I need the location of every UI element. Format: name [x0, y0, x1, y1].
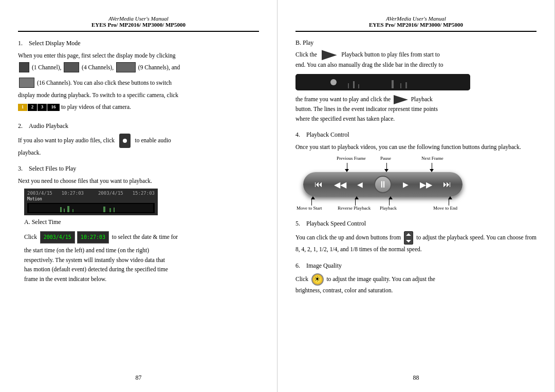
label-move-to-end: Move to End [433, 206, 457, 211]
play-btn[interactable]: ▶▶ [420, 180, 432, 190]
section-6-title: 6. Image Quality [295, 262, 536, 270]
section-4-body: Once you start to playback videos, you c… [295, 142, 536, 152]
section-b-body2: the frame you want to play and click the… [295, 95, 536, 123]
datetime-inputs: 2003/4/15 10:27:03 [40, 231, 109, 244]
audio-icon [119, 134, 131, 148]
speed-control-icon [404, 231, 413, 245]
section-5-body: You can click the up and down buttons fr… [295, 231, 536, 254]
section-1: 1. Select Display Mode When you enter th… [18, 39, 259, 115]
right-page-number: 88 [413, 374, 419, 382]
section-1-body: When you enter this page, first select t… [18, 51, 259, 115]
play-icon-inline2 [394, 95, 408, 104]
pause-btn[interactable]: ⏸ [374, 176, 392, 193]
section-b-title: B. Play [295, 39, 536, 47]
right-header: AVerMedia User's Manual EYES Pro/ MP2016… [295, 15, 536, 32]
file-panel: 2003/4/15 10:27:03 2003/4/15 15:27:03 Mo… [24, 189, 158, 215]
section-3: 3. Select Files to Play Next you need to… [18, 164, 259, 284]
prev-frame-btn[interactable]: ◀ [357, 180, 363, 189]
ch16-icon [19, 78, 34, 88]
label-playback: Playback [380, 206, 397, 211]
section-b-body: Click the Playback button to play files … [295, 50, 536, 70]
section-3-title: 3. Select Files to Play [18, 164, 259, 173]
play-icon-inline [322, 50, 337, 60]
file-panel-header: 2003/4/15 10:27:03 2003/4/15 15:27:03 [27, 191, 155, 196]
quality-icon: ☀ [311, 273, 324, 286]
right-page: AVerMedia User's Manual EYES Pro/ MP2016… [278, 0, 555, 392]
ch9-icon [116, 62, 136, 72]
btn-3[interactable]: 3 [38, 104, 47, 111]
num-buttons: 1 2 3 16 [18, 104, 60, 111]
section-b: B. Play Click the Playback button to pla… [295, 39, 536, 123]
section-2-body: If you also want to play audio files, cl… [18, 134, 259, 157]
sub-a-body: Click 2003/4/15 10:27:03 to select the d… [24, 229, 259, 284]
left-header: AVerMedia User's Manual EYES Pro/ MP2016… [18, 15, 259, 32]
section-4: 4. Playback Control Once you start to pl… [295, 130, 536, 212]
sub-a-title: A. Select Time [24, 218, 259, 226]
btn-2[interactable]: 2 [28, 104, 37, 111]
left-brand: AVerMedia User's Manual [18, 15, 259, 22]
section-6-body: Click ☀ to adjust the image quality. You… [295, 273, 536, 295]
section-2-title: 2. Audio Playback [18, 122, 259, 130]
slider-handle [330, 79, 337, 85]
label-prev-frame: Previous Frame [337, 156, 366, 161]
controller-area: Previous Frame Pause Next Frame ⏮ ◀◀ ◀ ⏸ [295, 156, 470, 212]
btn-1[interactable]: 1 [18, 104, 27, 111]
label-pause: Pause [380, 156, 391, 161]
section-6: 6. Image Quality Click ☀ to adjust the i… [295, 262, 536, 295]
section-3-body: Next you need to choose files that you w… [18, 176, 259, 185]
left-page-number: 87 [136, 374, 142, 382]
time-box[interactable]: 10:27:03 [77, 231, 109, 244]
reverse-btn[interactable]: ◀◀ [334, 180, 346, 190]
move-to-start-btn[interactable]: ⏮ [314, 180, 323, 189]
section-4-title: 4. Playback Control [295, 130, 536, 139]
right-subtitle: EYES Pro/ MP2016/ MP3000/ MP5000 [295, 22, 536, 28]
section-5: 5. Playback Speed Control You can click … [295, 219, 536, 254]
date-box[interactable]: 2003/4/15 [40, 231, 75, 244]
right-brand: AVerMedia User's Manual [295, 15, 536, 22]
btn-16[interactable]: 16 [47, 104, 60, 111]
file-panel-bar [27, 203, 155, 213]
move-to-end-btn[interactable]: ⏭ [443, 180, 451, 189]
controller-oval: ⏮ ◀◀ ◀ ⏸ ▶ ▶▶ ⏭ [303, 172, 462, 197]
label-next-frame: Next Frame [421, 156, 443, 161]
ch1-icon [19, 62, 29, 72]
slider-viz [295, 74, 470, 90]
label-move-to-start: Move to Start [297, 206, 322, 211]
ch4-icon [64, 62, 79, 72]
sub-section-a: A. Select Time Click 2003/4/15 10:27:03 … [24, 218, 259, 284]
section-5-title: 5. Playback Speed Control [295, 219, 536, 228]
section-1-title: 1. Select Display Mode [18, 39, 259, 48]
label-reverse-playback: Reverse Playback [338, 206, 371, 211]
section-2: 2. Audio Playback If you also want to pl… [18, 122, 259, 157]
next-frame-btn[interactable]: ▶ [403, 180, 409, 189]
left-subtitle: EYES Pro/ MP2016/ MP3000/ MP5000 [18, 22, 259, 28]
left-page: AVerMedia User's Manual EYES Pro/ MP2016… [0, 0, 278, 392]
file-panel-motion: Motion [27, 197, 155, 201]
